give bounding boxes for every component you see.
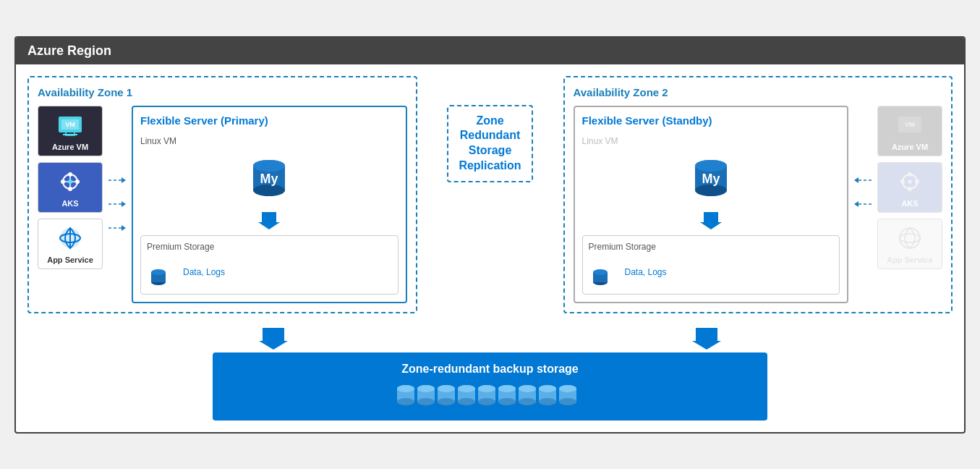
svg-point-42 <box>593 269 608 275</box>
svg-marker-39 <box>700 212 722 229</box>
zone1-linux-vm-label: Linux VM <box>140 134 399 147</box>
svg-point-6 <box>68 187 72 191</box>
svg-point-53 <box>908 187 912 191</box>
zone1-label: Availability Zone 1 <box>38 86 407 98</box>
zone2-aks-label: AKS <box>901 199 918 208</box>
availability-zone-1: Availability Zone 1 <box>27 76 417 313</box>
svg-point-96 <box>559 385 576 392</box>
zone2-appservice-label: App Service <box>887 255 933 264</box>
svg-marker-22 <box>122 225 126 231</box>
svg-point-7 <box>61 179 65 184</box>
azure-region-header: Azure Region <box>16 38 964 64</box>
svg-point-64 <box>397 385 414 392</box>
svg-point-56 <box>908 179 912 184</box>
zone1-storage-box: Premium Storage <box>140 235 399 295</box>
svg-point-58 <box>900 234 920 242</box>
zone1-aks-label: AKS <box>61 199 78 208</box>
svg-point-54 <box>900 179 905 184</box>
zone2-storage-title: Premium Storage <box>589 242 834 252</box>
zone2-linux-vm-label: Linux VM <box>582 134 840 147</box>
zone1-vm-label: Azure VM <box>52 143 88 151</box>
svg-point-68 <box>417 385 435 392</box>
svg-point-26 <box>253 160 285 172</box>
zone1-backup-arrow <box>259 328 288 352</box>
appservice-icon <box>56 224 85 253</box>
backup-label: Zone-redundant backup storage <box>401 363 578 376</box>
zone2-azure-vm-icon: VM <box>895 111 924 140</box>
zone2-azure-vm-box: VM Azure VM <box>877 106 942 156</box>
svg-point-36 <box>695 185 727 196</box>
svg-point-79 <box>478 398 495 405</box>
zone2-appservice-box: App Service <box>877 219 942 269</box>
zone2-backup-arrow <box>692 328 721 352</box>
zone1-storage-title: Premium Storage <box>147 242 392 252</box>
svg-marker-28 <box>258 212 280 229</box>
svg-text:VM: VM <box>65 121 75 128</box>
svg-point-67 <box>417 398 435 405</box>
flex-server-standby: Flexible Server (Standby) Linux VM <box>574 106 849 303</box>
svg-point-25 <box>253 185 285 196</box>
svg-point-92 <box>539 385 556 392</box>
svg-rect-2 <box>63 134 77 135</box>
svg-point-52 <box>908 172 912 177</box>
zone1-appservice-label: App Service <box>47 255 93 264</box>
zone1-azure-vm-box: VM Azure VM <box>38 106 103 156</box>
svg-marker-59 <box>259 328 288 350</box>
zrs-label: Zone Redundant Storage Replication <box>447 105 532 182</box>
flex-server-primary: Flexible Server (Primary) Linux VM <box>132 106 407 303</box>
svg-point-57 <box>900 228 920 248</box>
zone2-vm-label: Azure VM <box>892 143 928 151</box>
svg-text:My: My <box>702 172 720 186</box>
svg-point-63 <box>397 398 414 405</box>
zone1-down-arrow <box>140 212 399 229</box>
svg-rect-33 <box>151 278 166 282</box>
svg-point-75 <box>458 398 475 405</box>
flex-server-primary-title: Flexible Server (Primary) <box>140 114 399 127</box>
zone1-appservice-box: App Service <box>38 219 103 269</box>
svg-point-5 <box>68 172 72 177</box>
azure-region-title: Azure Region <box>27 43 111 58</box>
zone2-storage-icon <box>589 256 621 288</box>
svg-point-37 <box>695 160 727 172</box>
zone1-storage-icon <box>147 256 179 288</box>
svg-point-83 <box>498 398 516 405</box>
svg-point-8 <box>75 179 80 184</box>
svg-marker-18 <box>122 177 126 183</box>
zone2-storage-box: Premium Storage Data, <box>582 235 840 295</box>
availability-zone-2: Availability Zone 2 Flexible Server (Sta… <box>563 76 953 313</box>
svg-marker-60 <box>692 328 721 350</box>
zone1-aks-box: AKS <box>38 162 103 213</box>
svg-marker-46 <box>854 177 858 183</box>
backup-db-icons <box>396 381 584 410</box>
zone2-label: Availability Zone 2 <box>574 86 943 98</box>
svg-text:VM: VM <box>905 121 915 128</box>
zone2-mysql-icon: My <box>582 153 840 206</box>
svg-point-71 <box>438 398 455 405</box>
svg-point-84 <box>498 385 516 392</box>
svg-point-91 <box>539 398 556 405</box>
zone1-mysql-icon: My <box>140 153 399 206</box>
svg-marker-20 <box>122 201 126 207</box>
svg-rect-44 <box>593 278 608 282</box>
svg-point-55 <box>915 179 919 184</box>
svg-point-72 <box>438 385 455 392</box>
zone1-data-logs: Data, Logs <box>183 267 225 277</box>
svg-text:My: My <box>260 172 278 186</box>
azure-region-container: Azure Region Availability Zone 1 <box>14 36 966 434</box>
svg-point-88 <box>519 385 536 392</box>
svg-point-80 <box>478 385 495 392</box>
svg-point-9 <box>68 179 72 184</box>
zone2-appservice-icon <box>895 224 924 253</box>
svg-point-87 <box>519 398 536 405</box>
svg-point-95 <box>559 398 576 405</box>
zone2-down-arrow <box>582 212 840 229</box>
aks-icon <box>56 167 85 196</box>
zone2-aks-icon <box>895 167 924 196</box>
flex-server-standby-title: Flexible Server (Standby) <box>582 114 840 127</box>
backup-storage-bar: Zone-redundant backup storage <box>213 352 767 421</box>
azure-vm-icon: VM <box>56 111 85 140</box>
zone2-data-logs: Data, Logs <box>625 267 667 277</box>
svg-marker-48 <box>854 201 858 207</box>
svg-point-31 <box>151 269 166 275</box>
zone2-aks-box: AKS <box>877 162 942 213</box>
